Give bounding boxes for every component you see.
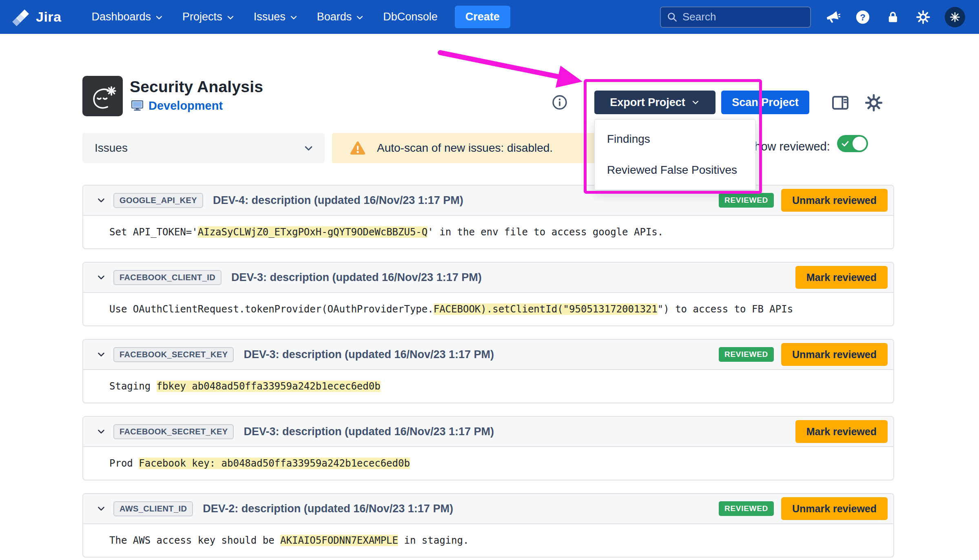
- review-toggle-button[interactable]: Mark reviewed: [795, 266, 888, 289]
- finding-title: DEV-3: description (updated 16/Nov/23 1:…: [244, 425, 494, 438]
- finding-type-badge: AWS_CLIENT_ID: [113, 501, 193, 516]
- collapse-chevron-icon[interactable]: [96, 350, 106, 359]
- finding-type-badge: GOOGLE_API_KEY: [113, 193, 203, 208]
- finding-header[interactable]: AWS_CLIENT_ID DEV-2: description (update…: [83, 494, 893, 524]
- chevron-down-icon: [289, 13, 298, 22]
- review-toggle-button[interactable]: Unmark reviewed: [781, 497, 888, 520]
- search-icon: [667, 11, 678, 22]
- lock-icon[interactable]: [884, 9, 901, 26]
- export-project-button[interactable]: Export Project: [594, 91, 715, 114]
- finding-type-badge: FACEBOOK_SECRET_KEY: [113, 424, 234, 439]
- secret-highlight: AIzaSyCLWjZ0_ETxgPOxH-gQYT9ODeWcBBZU5-Q: [198, 226, 428, 238]
- nav-item-boards[interactable]: Boards: [317, 11, 365, 23]
- finding-card: AWS_CLIENT_ID DEV-2: description (update…: [82, 493, 894, 558]
- announcement-icon[interactable]: [824, 9, 841, 26]
- description-text: Staging: [109, 381, 157, 392]
- description-text: Set API_TOKEN=': [109, 226, 198, 238]
- export-project-label: Export Project: [610, 96, 685, 109]
- collapse-chevron-icon[interactable]: [96, 195, 106, 205]
- finding-header[interactable]: FACEBOOK_SECRET_KEY DEV-3: description (…: [83, 417, 893, 447]
- collapse-chevron-icon[interactable]: [96, 504, 106, 514]
- finding-card: FACEBOOK_SECRET_KEY DEV-3: description (…: [82, 416, 894, 480]
- description-text: Prod: [109, 458, 139, 469]
- issues-filter-dropdown[interactable]: Issues: [82, 133, 325, 163]
- export-menu-item[interactable]: Reviewed False Positives: [595, 155, 755, 186]
- chevron-down-icon: [303, 143, 314, 154]
- create-button[interactable]: Create: [455, 6, 510, 28]
- finding-description: Use OAuthClientRequest.tokenProvider(OAu…: [83, 293, 893, 325]
- finding-card: FACEBOOK_SECRET_KEY DEV-3: description (…: [82, 339, 894, 403]
- finding-title: DEV-2: description (updated 16/Nov/23 1:…: [203, 502, 453, 515]
- jira-logo-text: Jira: [36, 9, 62, 25]
- finding-type-badge: FACEBOOK_SECRET_KEY: [113, 347, 234, 362]
- finding-card: FACEBOOK_CLIENT_ID DEV-3: description (u…: [82, 262, 894, 326]
- toggle-knob: [853, 137, 866, 151]
- user-avatar[interactable]: [945, 7, 965, 27]
- review-toggle-button[interactable]: Unmark reviewed: [781, 343, 888, 366]
- chevron-down-icon: [691, 98, 700, 107]
- secret-highlight: AKIAIO5FODNN7EXAMPLE: [280, 535, 398, 546]
- export-menu-item[interactable]: Findings: [595, 124, 755, 155]
- project-link[interactable]: Development: [148, 99, 223, 113]
- page-settings-icon[interactable]: [864, 93, 884, 113]
- finding-description: The AWS access key should be AKIAIO5FODN…: [83, 524, 893, 557]
- reviewed-badge: REVIEWED: [719, 193, 774, 208]
- secret-highlight: fbkey ab048ad50ffa33959a242b1ecec6ed0b: [157, 381, 381, 392]
- secret-highlight: FACEBOOK).setClientId("950513172001321: [434, 303, 658, 315]
- description-text: in staging.: [398, 535, 469, 546]
- finding-header[interactable]: FACEBOOK_SECRET_KEY DEV-3: description (…: [83, 340, 893, 370]
- warning-icon: [349, 139, 366, 157]
- nav-item-projects[interactable]: Projects: [182, 11, 235, 23]
- top-navbar: Jira Dashboards Projects Issues Boards D…: [0, 0, 979, 34]
- reviewed-badge: REVIEWED: [719, 501, 774, 516]
- warning-text: Auto-scan of new issues: disabled.: [377, 142, 553, 155]
- search-input[interactable]: [682, 11, 804, 23]
- nav-item-dashboards[interactable]: Dashboards: [92, 11, 164, 23]
- finding-actions: REVIEWED Unmark reviewed: [719, 497, 888, 520]
- help-icon[interactable]: [854, 9, 871, 26]
- nav-item-issues[interactable]: Issues: [254, 11, 298, 23]
- check-icon: [841, 139, 850, 148]
- face-snowflake-icon: [87, 80, 119, 112]
- review-toggle-button[interactable]: Unmark reviewed: [781, 189, 888, 212]
- collapse-chevron-icon[interactable]: [96, 272, 106, 282]
- scan-project-button[interactable]: Scan Project: [721, 91, 809, 114]
- description-text: ") to access to FB APIs: [658, 303, 793, 315]
- project-breadcrumb: Development: [131, 99, 223, 113]
- page-title: Security Analysis: [130, 77, 263, 96]
- review-toggle-button[interactable]: Mark reviewed: [795, 420, 888, 443]
- details-panel-icon[interactable]: [831, 93, 850, 113]
- finding-title: DEV-3: description (updated 16/Nov/23 1:…: [231, 271, 482, 284]
- chevron-down-icon: [355, 13, 364, 22]
- settings-icon[interactable]: [915, 9, 932, 26]
- search-box[interactable]: [660, 7, 811, 28]
- navbar-right: [660, 7, 965, 28]
- nav-item-label: Boards: [317, 11, 352, 23]
- finding-actions: Mark reviewed: [795, 266, 888, 289]
- reviewed-badge: REVIEWED: [719, 347, 774, 362]
- description-text: The AWS access key should be: [109, 535, 280, 546]
- export-menu: Findings Reviewed False Positives: [594, 119, 756, 190]
- finding-type-badge: FACEBOOK_CLIENT_ID: [113, 270, 221, 285]
- nav-item-label: Issues: [254, 11, 286, 23]
- security-analysis-page: ?: [0, 0, 979, 560]
- collapse-chevron-icon[interactable]: [96, 427, 106, 436]
- description-text: Use OAuthClientRequest.tokenProvider(OAu…: [109, 303, 434, 315]
- chevron-down-icon: [226, 13, 235, 22]
- secret-highlight: Facebook key: ab048ad50ffa33959a242b1ece…: [139, 458, 410, 469]
- description-text: ' in the env file to access google APIs.: [427, 226, 663, 238]
- nav-item-label: Dashboards: [92, 11, 151, 23]
- primary-nav: Dashboards Projects Issues Boards DbCons…: [92, 11, 438, 23]
- show-reviewed-label: Show reviewed:: [746, 140, 830, 153]
- finding-header[interactable]: GOOGLE_API_KEY DEV-4: description (updat…: [83, 186, 893, 216]
- jira-logo[interactable]: Jira: [12, 8, 62, 27]
- info-icon[interactable]: [552, 94, 568, 111]
- nav-item-label: DbConsole: [383, 11, 438, 23]
- nav-item-dbconsole[interactable]: DbConsole: [383, 11, 438, 23]
- finding-description: Staging fbkey ab048ad50ffa33959a242b1ece…: [83, 370, 893, 403]
- show-reviewed-toggle[interactable]: [837, 135, 868, 152]
- jira-logo-icon: [12, 8, 31, 27]
- finding-description: Set API_TOKEN='AIzaSyCLWjZ0_ETxgPOxH-gQY…: [83, 216, 893, 248]
- finding-header[interactable]: FACEBOOK_CLIENT_ID DEV-3: description (u…: [83, 263, 893, 293]
- finding-title: DEV-4: description (updated 16/Nov/23 1:…: [213, 194, 463, 207]
